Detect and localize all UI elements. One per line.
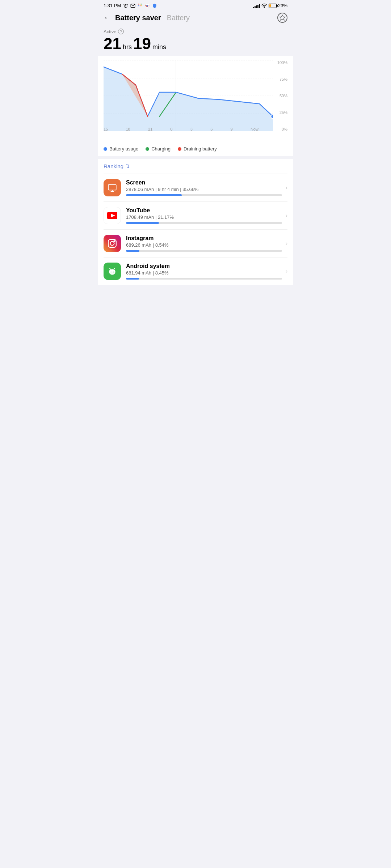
screen-info: Screen 2878.06 mAh | 9 hr 4 min | 35.66%: [126, 179, 282, 196]
help-button[interactable]: ?: [118, 29, 124, 34]
instagram-name: Instagram: [126, 235, 282, 242]
svg-point-32: [109, 268, 110, 269]
battery-tab[interactable]: Battery: [167, 14, 277, 22]
android-name: Android system: [126, 263, 282, 269]
ranking-section: Ranking ⇅ Screen 2878.06 mAh | 9 hr 4 mi…: [98, 159, 293, 285]
draining-label: Draining battery: [184, 146, 217, 152]
screen-progress-fill: [126, 194, 182, 196]
svg-point-25: [110, 242, 114, 246]
battery-percent: 23%: [278, 3, 287, 8]
chrome-icon: [145, 3, 150, 8]
email-icon: [130, 3, 135, 8]
svg-rect-3: [140, 4, 140, 4]
active-section: Active ? 21 hrs 19 mins: [98, 27, 293, 56]
draining-dot: [178, 147, 181, 151]
charging-dot: [146, 147, 149, 151]
app-item-android[interactable]: Android system 681.94 mAh | 8.45% ›: [104, 257, 287, 285]
screen-icon: [104, 179, 121, 196]
sort-icon: ⇅: [126, 163, 130, 169]
signal-bars: [253, 4, 260, 8]
screen-chevron: ›: [286, 184, 287, 191]
svg-point-10: [264, 7, 265, 8]
legend-charging: Charging: [146, 146, 171, 152]
legend-battery-usage: Battery usage: [104, 146, 138, 152]
android-icon: [104, 263, 121, 280]
hrs-unit: hrs: [123, 43, 132, 51]
time-remaining: 21 hrs 19 mins: [104, 36, 287, 52]
android-progress-fill: [126, 278, 139, 280]
youtube-progress-fill: [126, 222, 159, 224]
svg-point-29: [113, 272, 114, 272]
legend-draining: Draining battery: [178, 146, 217, 152]
youtube-detail: 1708.49 mAh | 21.17%: [126, 214, 282, 220]
charging-label: Charging: [151, 146, 171, 152]
status-bar: 1:31 PM 23%: [98, 0, 293, 10]
active-label: Active ?: [104, 29, 287, 34]
ranking-sort-button[interactable]: Ranking ⇅: [104, 163, 287, 169]
svg-rect-7: [142, 5, 142, 6]
status-left: 1:31 PM: [104, 3, 157, 8]
svg-rect-2: [138, 4, 139, 4]
svg-rect-4: [142, 4, 142, 4]
svg-point-33: [114, 268, 115, 269]
chart-container: 100% 75% 50% 25% 0%: [104, 60, 287, 140]
app-item-screen[interactable]: Screen 2878.06 mAh | 9 hr 4 min | 35.66%…: [104, 174, 287, 201]
battery-usage-label: Battery usage: [109, 146, 138, 152]
svg-point-28: [111, 272, 112, 272]
app-item-youtube[interactable]: YouTube 1708.49 mAh | 21.17% ›: [104, 201, 287, 229]
back-button[interactable]: ←: [104, 13, 112, 22]
youtube-progress-bg: [126, 222, 282, 224]
instagram-chevron: ›: [286, 240, 287, 247]
screen-name: Screen: [126, 179, 282, 186]
hours-number: 21: [104, 36, 121, 52]
apps-icon: [138, 3, 143, 8]
screen-detail: 2878.06 mAh | 9 hr 4 min | 35.66%: [126, 187, 282, 192]
android-info: Android system 681.94 mAh | 8.45%: [126, 263, 282, 280]
page-title: Battery saver: [115, 14, 161, 22]
instagram-progress-fill: [126, 250, 139, 252]
youtube-icon: [104, 207, 121, 224]
svg-point-26: [114, 241, 115, 242]
minutes-number: 19: [133, 36, 151, 52]
instagram-progress-bg: [126, 250, 282, 252]
android-progress-bg: [126, 278, 282, 280]
instagram-info: Instagram 689.26 mAh | 8.54%: [126, 235, 282, 252]
wifi-icon: [261, 3, 267, 8]
chart-legend: Battery usage Charging Draining battery: [104, 143, 287, 153]
chart-y-axis: 100% 75% 50% 25% 0%: [274, 60, 287, 131]
mins-unit: mins: [152, 43, 166, 51]
youtube-info: YouTube 1708.49 mAh | 21.17%: [126, 207, 282, 224]
top-nav: ← Battery saver Battery: [98, 10, 293, 27]
time: 1:31 PM: [104, 3, 121, 8]
youtube-chevron: ›: [286, 212, 287, 219]
instagram-icon: [104, 235, 121, 252]
alarm-icon: [123, 3, 128, 8]
android-chevron: ›: [286, 268, 287, 275]
app-item-instagram[interactable]: Instagram 689.26 mAh | 8.54% ›: [104, 229, 287, 257]
svg-rect-6: [140, 5, 140, 6]
youtube-name: YouTube: [126, 207, 282, 214]
battery-chart-section: 100% 75% 50% 25% 0%: [98, 56, 293, 156]
svg-rect-5: [138, 5, 139, 6]
battery-usage-dot: [104, 147, 107, 151]
svg-point-18: [271, 114, 273, 119]
svg-marker-11: [280, 15, 285, 20]
ranking-label: Ranking: [104, 163, 123, 169]
screen-progress-bg: [126, 194, 282, 196]
svg-rect-19: [108, 184, 116, 190]
chart-x-axis: 15 18 21 0 3 6 9 Now: [104, 127, 258, 131]
instagram-detail: 689.26 mAh | 8.54%: [126, 242, 282, 248]
android-detail: 681.94 mAh | 8.45%: [126, 270, 282, 276]
status-right: 23%: [253, 3, 287, 8]
settings-button[interactable]: [277, 13, 287, 23]
chart-area: 15 18 21 0 3 6 9 Now: [104, 60, 273, 131]
battery-indicator: [269, 4, 277, 8]
shield-icon: [152, 3, 157, 8]
